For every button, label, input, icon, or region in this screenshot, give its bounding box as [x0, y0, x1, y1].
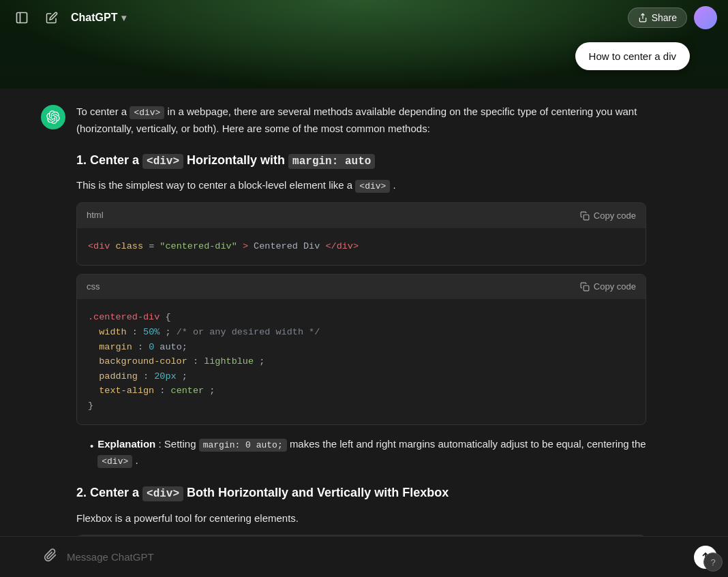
openai-logo-icon [46, 110, 60, 124]
topbar-right: Share [628, 6, 717, 29]
share-icon [638, 13, 648, 22]
bottom-bar [0, 536, 728, 577]
copy-icon-1 [580, 211, 590, 221]
bullet-item-1: • Explanation : Setting margin: 0 auto; … [90, 436, 646, 470]
code-block-header1: html Copy code [77, 203, 646, 228]
copy-code-button-1[interactable]: Copy code [580, 210, 636, 221]
svg-rect-3 [583, 215, 589, 220]
css-line6: text-align : center ; [88, 384, 635, 399]
message-input[interactable] [67, 551, 687, 563]
assistant-message: To center a <div> in a webpage, there ar… [41, 49, 646, 536]
inline-code-div4: <div> [97, 455, 132, 468]
copy-icon-2 [580, 282, 590, 292]
css-line4: background-color : lightblue ; [88, 354, 635, 369]
topbar: ChatGPT ▾ Share [0, 0, 728, 35]
code-block-body2: .centered-div { width : 50% ; /* or any … [77, 299, 646, 424]
bullet-strong-1: Explanation [97, 438, 155, 450]
bullet-text-1: Explanation : Setting margin: 0 auto; ma… [97, 436, 646, 470]
code-block-header2: css Copy code [77, 275, 646, 300]
inline-code-div5: <div> [142, 486, 183, 501]
inline-code-div3: <div> [355, 180, 390, 193]
sidebar-toggle-button[interactable] [11, 7, 33, 29]
section2-desc: Flexbox is a powerful tool for centering… [76, 510, 646, 527]
paperclip-icon [44, 548, 57, 562]
code-block-html1: html Copy code <div class = "centered-di [76, 202, 646, 265]
prompt-bubble: How to center a div [575, 42, 690, 70]
section1-heading: 1. Center a <div> Horizontally with marg… [76, 151, 646, 171]
css-line1: .centered-div { [88, 310, 635, 325]
copy-code-button-2[interactable]: Copy code [580, 281, 636, 292]
share-button[interactable]: Share [628, 7, 687, 28]
topbar-left: ChatGPT ▾ [11, 7, 126, 29]
help-button[interactable]: ? [703, 552, 723, 572]
css-line7: } [88, 399, 635, 414]
attach-button[interactable] [41, 546, 60, 568]
gpt-avatar [41, 105, 65, 129]
message-body: To center a <div> in a webpage, there ar… [76, 104, 646, 536]
inline-code-margin-auto: margin: auto [288, 154, 375, 169]
inline-code-margin: margin: 0 auto; [199, 439, 287, 452]
bullet-dot-1: • [90, 438, 93, 454]
edit-button[interactable] [41, 7, 63, 29]
app-title[interactable]: ChatGPT ▾ [71, 12, 126, 24]
section2-heading: 2. Center a <div> Both Horizontally and … [76, 483, 646, 503]
css-line5: padding : 20px ; [88, 369, 635, 384]
css-line2: width : 50% ; /* or any desired width */ [88, 325, 635, 340]
section1-desc: This is the simplest way to center a blo… [76, 177, 646, 194]
chevron-down-icon: ▾ [121, 12, 126, 23]
intro-paragraph: To center a <div> in a webpage, there ar… [76, 104, 646, 137]
inline-code-div1: <div> [130, 106, 164, 119]
code-block-css1: css Copy code .centered-div { [76, 274, 646, 425]
svg-rect-0 [17, 13, 27, 23]
code-block-body1: <div class = "centered-div" > Centered D… [77, 228, 646, 265]
inline-code-div2: <div> [142, 154, 183, 169]
user-avatar[interactable] [694, 6, 717, 29]
main-content: To center a <div> in a webpage, there ar… [0, 35, 728, 536]
css-line3: margin : 0 auto; [88, 340, 635, 355]
svg-rect-4 [583, 285, 589, 291]
